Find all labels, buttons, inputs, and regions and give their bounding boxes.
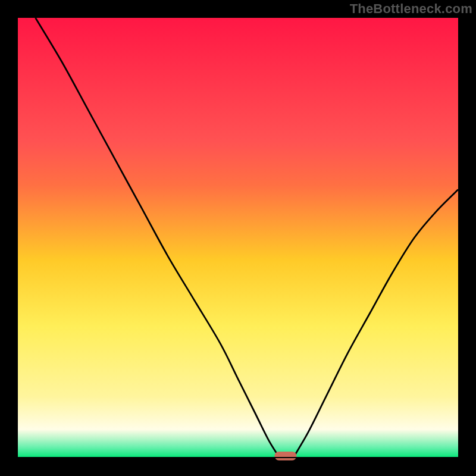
optimum-marker <box>274 452 296 461</box>
baseline <box>18 457 458 458</box>
bottleneck-chart <box>0 0 476 476</box>
plot-background <box>18 18 458 458</box>
watermark-label: TheBottleneck.com <box>350 1 472 17</box>
chart-frame: { "watermark": "TheBottleneck.com", "col… <box>0 0 476 476</box>
